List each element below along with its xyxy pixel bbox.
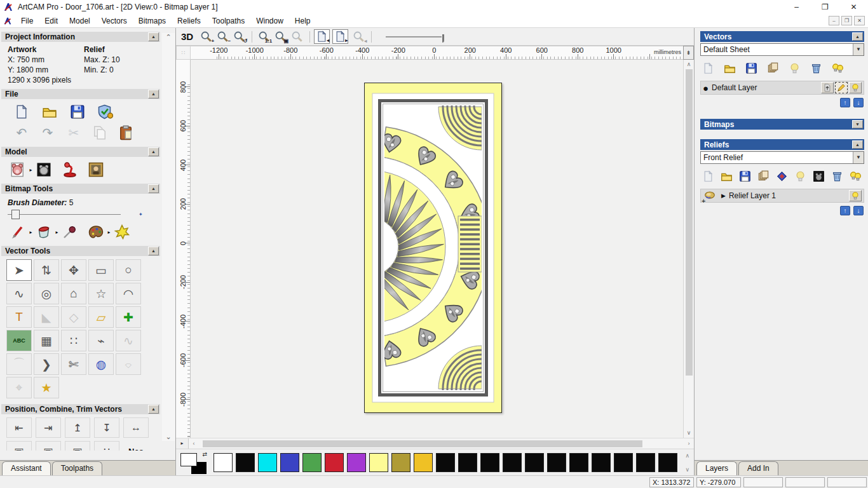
trim-vectors-tool[interactable]: ✄ [61,353,86,375]
align-right-tool[interactable]: ⇥ [36,417,61,438]
collapse-button[interactable]: ▲ [148,247,159,255]
zoom-in-button[interactable]: + [198,29,214,44]
palette-swatch[interactable] [391,453,410,472]
drawing-viewport[interactable] [191,60,683,438]
palette-swatch[interactable] [569,453,588,472]
pick-colour-icon[interactable] [61,224,79,240]
relief-layer-row[interactable]: + ▶ Relief Layer 1 [700,189,864,203]
move-layer-up-button[interactable]: ↑ [840,206,850,215]
zoom-1to1-button[interactable]: 1:1 [256,29,272,44]
restore-button[interactable]: ❐ [811,0,839,14]
sheet-select[interactable]: Default Sheet ▼ [700,43,864,56]
copy-icon[interactable] [91,125,109,141]
palette-swatch[interactable] [414,453,433,472]
create-polygon-tool[interactable]: ⌂ [61,283,86,304]
palette-swatch[interactable] [503,453,522,472]
zoom-slider-handle[interactable] [442,34,444,43]
vector-layer-row[interactable]: ● Default Layer [700,81,864,95]
create-arc-tool[interactable]: ◠ [116,283,141,304]
block-paste-tool[interactable]: ∷ [61,330,86,351]
menu-window[interactable]: Window [250,15,289,27]
align-centre-tool[interactable]: ↔ [123,417,149,438]
active-draw-layer-icon[interactable] [835,82,848,93]
palette-swatch[interactable] [302,453,322,472]
offset-vectors-tool[interactable]: ◇ [61,306,86,328]
colour-palette-icon[interactable] [87,224,105,240]
palette-swatch[interactable] [436,453,455,472]
align-bottom-tool[interactable]: ↧ [94,417,119,438]
child-close-button[interactable]: ✕ [854,16,865,25]
previous-bitmap-layer-button[interactable]: ◂ [314,29,330,44]
create-ellipse-tool[interactable]: ◎ [34,283,59,304]
relief-layer-visibility-icon[interactable] [849,190,862,201]
centre-in-page-tool[interactable]: ▣ [6,441,32,451]
next-bitmap-layer-button[interactable]: ▸ [332,29,348,44]
view-3d-button[interactable]: 3D [181,31,193,42]
show-all-relief-layers-icon[interactable] [849,170,862,182]
assistant-scrollbar[interactable]: ⌃ ⌄ [162,33,175,441]
spin-profile-tool[interactable]: ◍ [88,353,114,375]
menu-bitmaps[interactable]: Bitmaps [133,15,172,27]
scroll-down-icon[interactable]: ∨ [685,466,689,473]
toggle-relief-visibility-icon[interactable] [794,170,806,182]
palette-swatch[interactable] [214,453,233,472]
tab-add-in[interactable]: Add In [738,461,778,475]
adjust-model-icon[interactable] [35,161,53,178]
vertical-scrollbar[interactable]: ∧ ∨ [683,60,694,438]
scroll-up-icon[interactable]: ⌃ [165,33,171,41]
wrap-vectors-tool[interactable]: ★ [34,377,59,398]
palette-swatch[interactable] [280,453,299,472]
palette-swatch[interactable] [347,453,366,472]
paste-along-curve-tool[interactable]: ⌁ [88,330,114,351]
show-all-layers-icon[interactable] [831,62,844,74]
close-button[interactable]: ✕ [839,0,868,14]
tab-layers[interactable]: Layers [696,461,737,475]
transform-vectors-tool[interactable]: ✥ [61,259,86,281]
menu-vectors[interactable]: Vectors [96,15,133,27]
create-text-tool[interactable]: T [6,306,32,328]
set-model-size-icon[interactable] [9,161,27,178]
expand-icon[interactable]: ▶ [721,193,726,199]
palette-swatch[interactable] [547,453,566,472]
zoom-box-button[interactable]: ▣ [273,29,288,44]
open-vector-layer-icon[interactable] [723,62,736,74]
move-layer-up-button[interactable]: ↑ [840,98,850,107]
expand-button[interactable]: ▼ [852,120,863,128]
create-star-tool[interactable]: ☆ [88,283,114,304]
open-relief-layer-icon[interactable] [720,170,733,182]
menu-edit[interactable]: Edit [39,15,64,27]
chevron-down-icon[interactable]: ▼ [853,152,864,163]
envelope-distortion-tool[interactable]: ▦ [34,330,59,351]
vector-doctor-tool[interactable]: ✚ [116,306,141,328]
flood-fill-icon[interactable] [35,224,53,240]
chevron-down-icon[interactable]: ▼ [853,44,864,55]
delete-vector-layer-icon[interactable] [810,62,822,74]
greyscale-preview-icon[interactable] [812,170,825,182]
layer-name[interactable]: Relief Layer 1 [729,191,846,200]
palette-swatch[interactable] [369,453,388,472]
delete-relief-layer-icon[interactable] [831,170,843,182]
align-top-tool[interactable]: ↥ [65,417,90,438]
save-relief-layer-icon[interactable] [738,170,751,182]
create-polyline-tool[interactable]: ∿ [6,283,32,304]
palette-swatch[interactable] [614,453,633,472]
lighting-icon[interactable] [61,161,79,178]
menu-toolpaths[interactable]: Toolpaths [207,15,250,27]
free-smooth-tool[interactable]: ∿ [116,330,141,351]
block-copy-tool[interactable]: ∷ [94,441,119,451]
undo-icon[interactable]: ↶ [13,125,31,141]
select-vectors-tool[interactable]: ➤ [6,259,32,281]
open-model-icon[interactable] [41,104,58,120]
align-left-tool[interactable]: ⇤ [6,417,32,438]
fit-polyline-tool[interactable]: ❯ [34,353,59,375]
scroll-up-icon[interactable]: ∧ [685,452,689,459]
collapse-button[interactable]: ▲ [148,405,159,414]
slider-handle[interactable] [11,210,20,219]
layer-name[interactable]: Default Layer [712,83,818,92]
save-model-icon[interactable] [69,104,86,120]
model-checker-icon[interactable] [97,104,114,120]
collapse-button[interactable]: ▲ [148,184,159,193]
menu-file[interactable]: File [15,15,39,27]
tab-assistant[interactable]: Assistant [2,461,51,475]
zoom-slider[interactable] [386,30,444,43]
